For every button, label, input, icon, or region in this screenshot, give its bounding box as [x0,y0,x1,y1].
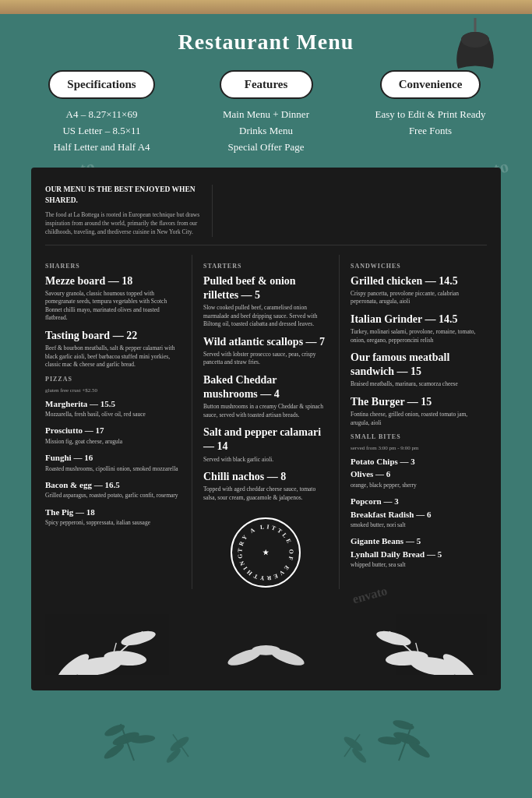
radish-desc: smoked butter, nori salt [351,521,487,530]
bottom-leaves-svg [72,702,461,764]
svg-text:★: ★ [262,549,270,556]
lamp-icon [454,18,497,72]
calamari-item: Salt and pepper calamari — 14 Served wit… [203,425,328,464]
stamp-svg: TRY A LITTLE OF EVERYTHING! ★ [232,517,299,588]
gigante-beans-item: Gigante Beans — 5 [351,535,487,546]
italian-grinder-title: Italian Grinder — 14.5 [351,312,487,327]
mezze-board-desc: Savoury granola, classic houmous topped … [45,290,181,323]
bottom-area [23,690,509,784]
conv-line-1: Easy to Edit & Print Ready [375,107,486,123]
radish-item: Breakfast Radish — 6 smoked butter, nori… [351,509,487,530]
page-title: Restaurant Menu [23,30,509,55]
features-badge: Features [220,70,313,99]
scallops-desc: Served with lobster prosecco sauce, peas… [203,351,328,367]
burger-item: The Burger — 15 Fontina cheese, grilled … [351,395,487,427]
specifications-badge: Specifications [48,70,154,99]
bacon-egg-title: Bacon & egg — 16.5 [45,479,181,490]
funghi-title: Funghi — 16 [45,452,181,463]
sandwiches-header: SANDWICHES [351,263,487,270]
menu-col-right: SANDWICHES Grilled chicken — 14.5 Crispy… [340,255,487,590]
bacon-egg-desc: Grilled asparagus, roasted potato, garli… [45,492,181,500]
tasting-board-title: Tasting board — 22 [45,329,181,343]
margherita-title: Margherita — 15.5 [45,398,181,409]
menu-columns: SHARERS Mezze board — 18 Savoury granola… [45,255,487,590]
potato-chips-title: Potato Chips — 3 [351,456,487,467]
stamp-area: TRY A LITTLE OF EVERYTHING! ★ [203,517,328,588]
svg-point-23 [252,645,280,655]
features-text: Main Menu + Dinner Drinks Menu Special O… [223,107,309,155]
funghi-item: Funghi — 16 Roasted mushrooms, cipollini… [45,452,181,473]
calamari-title: Salt and pepper calamari — 14 [203,425,328,454]
mezze-board-item: Mezze board — 18 Savoury granola, classi… [45,274,181,323]
mushrooms-title: Baked Cheddar mushrooms — 4 [203,373,328,401]
menu-col-mid: STARTERS Pulled beef & onion rillettes —… [192,255,340,590]
menu-card: OUR MENU IS THE BEST ENJOYED WHEN SHARED… [31,168,501,690]
the-pig-title: The Pig — 18 [45,507,181,517]
funghi-desc: Roasted mushrooms, cipollini onion, smok… [45,465,181,474]
svg-point-9 [120,629,157,649]
meatball-sandwich-item: Our famous meatball sandwich — 15 Braise… [351,351,487,389]
spec-line-1: A4 – 8.27×11×69 [53,107,150,123]
tasting-board-desc: Beef & bourbon meatballs, salt & pepper … [45,344,181,369]
margherita-desc: Mozzarella, fresh basil, olive oil, red … [45,411,181,419]
the-pig-desc: Spicy pepperoni, soppressata, italian sa… [45,519,181,528]
potato-chips-item: Potato Chips — 3 [351,456,487,467]
convenience-col: Convenience Easy to Edit & Print Ready F… [352,70,509,139]
menu-col-left: SHARERS Mezze board — 18 Savoury granola… [45,255,192,590]
pulled-beef-item: Pulled beef & onion rillettes — 5 Slow c… [203,274,328,329]
starters-header: STARTERS [203,263,328,270]
mezze-board-title: Mezze board — 18 [45,274,181,288]
mushrooms-item: Baked Cheddar mushrooms — 4 Button mushr… [203,373,328,419]
floral-decoration [45,597,487,675]
main-background: Restaurant Menu Specifications A4 – 8.27… [0,14,532,798]
intro-title: OUR MENU IS THE BEST ENJOYED WHEN SHARED… [45,185,201,206]
grilled-chicken-title: Grilled chicken — 14.5 [351,274,487,288]
svg-point-17 [375,629,412,649]
radish-title: Breakfast Radish — 6 [351,509,487,520]
specifications-col: Specifications A4 – 8.27×11×69 US Letter… [23,70,180,155]
mushrooms-desc: Button mushrooms in a creamy Cheddar & s… [203,403,328,419]
margherita-item: Margherita — 15.5 Mozzarella, fresh basi… [45,398,181,419]
top-bar [0,0,532,14]
nachos-desc: Topped with aged cheddar cheese sauce, t… [203,486,328,502]
conv-line-2: Free Fonts [375,123,486,139]
spec-line-3: Half Letter and Half A4 [53,139,150,156]
the-pig-item: The Pig — 18 Spicy pepperoni, soppressat… [45,507,181,528]
specifications-text: A4 – 8.27×11×69 US Letter – 8.5×11 Half … [53,107,150,155]
convenience-text: Easy to Edit & Print Ready Free Fonts [375,107,486,139]
intro-spacer [212,185,487,236]
pulled-beef-desc: Slow cooked pulled beef, caramelised oni… [203,304,328,329]
pulled-beef-title: Pulled beef & onion rillettes — 5 [203,274,328,302]
pizzas-header: PIZZAS [45,376,181,383]
olives-desc: orange, black pepper, sherry [351,482,487,490]
gluten-note: gluten free crust +$2.50 [45,387,181,394]
popcorn-title: Popcorn — 3 [351,496,487,507]
small-bites-hours: served from 3:00 pm - 9:00 pm [351,445,487,451]
features-col: Features Main Menu + Dinner Drinks Menu … [188,70,344,155]
grilled-chicken-item: Grilled chicken — 14.5 Crispy pancetta, … [351,274,487,306]
daily-bread-title: Lynhall Daily Bread — 5 [351,549,487,560]
prosciutto-item: Prosciutto — 17 Mission fig, goat cheese… [45,425,181,446]
sharers-header: SHARERS [45,263,181,270]
italian-grinder-item: Italian Grinder — 14.5 Turkey, molinari … [351,312,487,344]
grilled-chicken-desc: Crispy pancetta, provolone piccante, cal… [351,290,487,306]
feat-line-1: Main Menu + Dinner [223,107,309,123]
floral-svg [45,597,487,675]
nachos-title: Chilli nachos — 8 [203,470,328,484]
stamp-circle: TRY A LITTLE OF EVERYTHING! ★ [231,517,301,588]
menu-intro: OUR MENU IS THE BEST ENJOYED WHEN SHARED… [45,185,201,236]
meatball-sandwich-desc: Braised meatballs, marinara, scamorza ch… [351,380,487,389]
bacon-egg-item: Bacon & egg — 16.5 Grilled asparagus, ro… [45,479,181,500]
badges-row: Specifications A4 – 8.27×11×69 US Letter… [23,70,509,155]
italian-grinder-desc: Turkey, molinari salami, provolone, roma… [351,328,487,344]
intro-text: The food at La Bottega is rooted in Euro… [45,210,201,237]
gigante-beans-title: Gigante Beans — 5 [351,535,487,546]
olives-title: Olives — 6 [351,468,487,479]
scallops-item: Wild atlantic scallops — 7 Served with l… [203,335,328,367]
burger-title: The Burger — 15 [351,395,487,409]
small-bites-header: SMALL BITES [351,433,487,440]
popcorn-item: Popcorn — 3 [351,496,487,507]
olives-item: Olives — 6 orange, black pepper, sherry [351,468,487,489]
spec-line-2: US Letter – 8.5×11 [53,123,150,139]
convenience-badge: Convenience [380,70,481,99]
